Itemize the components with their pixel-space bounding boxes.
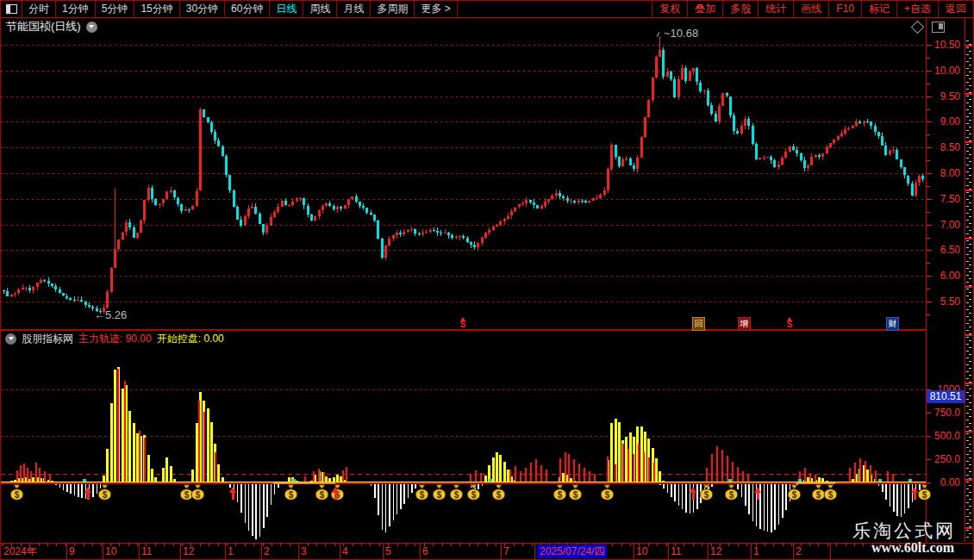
mini-strip-mark	[969, 533, 971, 534]
menu-item-叠加[interactable]: 叠加	[687, 1, 722, 17]
time-axis-label[interactable]: 3	[301, 544, 307, 558]
candle-body	[117, 240, 120, 249]
candle-body	[703, 90, 706, 91]
time-axis-label[interactable]: 12	[183, 544, 194, 558]
indicator-dropdown-icon[interactable]	[5, 333, 16, 345]
money-bag-icon: $	[699, 484, 714, 504]
time-axis-minor-tick	[334, 544, 335, 546]
time-axis-separator	[534, 544, 535, 559]
time-axis-minor-tick	[325, 544, 326, 546]
indicator-white-bar	[393, 484, 395, 520]
candle-body	[22, 288, 24, 289]
time-axis-label[interactable]: 2024年	[3, 544, 37, 558]
candle-body	[40, 280, 42, 283]
candle-body	[633, 165, 635, 169]
indicator-red-spike	[39, 468, 41, 482]
time-axis-label[interactable]: 1	[753, 544, 759, 558]
candle-body	[721, 93, 724, 106]
time-axis-label[interactable]: 10	[105, 544, 116, 558]
time-axis-label[interactable]: 11	[671, 544, 681, 558]
time-axis-label[interactable]: 5	[385, 544, 391, 558]
menu-item-多股[interactable]: 多股	[722, 1, 758, 17]
indicator-axis-label: 750.0	[926, 407, 960, 419]
indicator-white-bar	[878, 484, 880, 486]
candle-body	[514, 208, 516, 211]
indicator-white-bar	[248, 484, 250, 531]
menu-item-15分钟[interactable]: 15分钟	[134, 1, 179, 17]
time-axis-label[interactable]: 4	[342, 544, 348, 558]
menu-item-分时[interactable]: 分时	[22, 1, 56, 17]
time-axis-label[interactable]: 2	[796, 544, 802, 558]
svg-text:$: $	[573, 490, 578, 500]
svg-text:$: $	[289, 490, 294, 500]
price-gridline	[1, 96, 926, 97]
candle-body	[636, 158, 639, 170]
candle-body	[114, 249, 116, 268]
menu-item-返回[interactable]: 返回	[938, 1, 973, 17]
menu-item-60分钟[interactable]: 60分钟	[225, 1, 270, 17]
mini-strip-mark	[969, 313, 971, 314]
time-axis-label[interactable]: 9	[69, 544, 75, 558]
indicator-red-spike	[859, 458, 861, 482]
menu-item-5分钟[interactable]: 5分钟	[96, 1, 135, 17]
menu-item-+自选[interactable]: +自选	[896, 1, 938, 17]
title-dropdown-icon[interactable]	[86, 22, 97, 33]
panel-toggle-icon[interactable]	[932, 22, 945, 33]
menu-item-更多 >[interactable]: 更多 >	[415, 1, 457, 17]
indicator-red-spike	[622, 444, 624, 482]
indicator-red-spike	[144, 438, 146, 482]
menu-item-F10[interactable]: F10	[828, 1, 861, 17]
menu-item-周线[interactable]: 周线	[303, 1, 337, 17]
indicator-red-spike	[653, 463, 655, 482]
menu-item-复权[interactable]: 复权	[652, 1, 687, 17]
time-axis-label[interactable]: 2025/07/24/四	[537, 544, 607, 558]
menu-item-1分钟[interactable]: 1分钟	[56, 1, 96, 17]
menu-item-统计[interactable]: 统计	[758, 1, 793, 17]
candle-body	[88, 305, 91, 307]
time-axis-minor-tick	[164, 544, 165, 546]
candle-body	[147, 188, 150, 200]
candle-body	[336, 207, 339, 210]
candle-body	[125, 222, 128, 232]
candle-body	[807, 165, 809, 169]
candle-body	[670, 72, 672, 79]
price-axis-tick	[927, 212, 930, 213]
mini-strip-mark	[966, 509, 969, 510]
mini-strip-mark	[969, 182, 971, 183]
candle-body	[684, 68, 687, 81]
time-axis-label[interactable]: 1	[228, 544, 234, 558]
time-axis-label[interactable]: 2	[264, 544, 270, 558]
indicator-white-bar	[237, 484, 239, 502]
menu-item-标记[interactable]: 标记	[861, 1, 896, 17]
diamond-icon[interactable]	[911, 21, 925, 34]
menu-item-画线[interactable]: 画线	[793, 1, 828, 17]
time-axis-label[interactable]: 10	[636, 544, 647, 558]
time-axis-separator	[830, 544, 831, 559]
candle-body	[803, 160, 806, 168]
mini-strip-mark	[966, 330, 969, 331]
mini-strip-mark	[966, 220, 969, 221]
candle-body	[499, 221, 502, 225]
mini-strip-mark	[966, 82, 969, 83]
mini-strip-mark	[966, 406, 969, 407]
time-axis-label[interactable]: 12	[710, 544, 721, 558]
candle-body	[396, 233, 398, 235]
mini-strip-mark	[966, 344, 969, 345]
svg-text:$: $	[729, 490, 734, 500]
candle-body	[777, 165, 780, 167]
candle-body	[907, 176, 909, 184]
menu-item-月线[interactable]: 月线	[337, 1, 371, 17]
menu-item-日线[interactable]: 日线	[270, 1, 303, 17]
time-axis-label[interactable]: 7	[503, 544, 509, 558]
indicator-red-spike	[198, 401, 200, 482]
indicator-red-spike	[203, 412, 205, 482]
time-axis-label[interactable]: 11	[141, 544, 152, 558]
menu-item-多周期[interactable]: 多周期	[371, 1, 415, 17]
window-panel-icon[interactable]	[1, 1, 22, 17]
time-axis-minor-tick	[245, 544, 246, 546]
menu-item-30分钟[interactable]: 30分钟	[180, 1, 225, 17]
time-axis-label[interactable]: 6	[422, 544, 428, 558]
candle-body	[740, 126, 743, 134]
time-axis-minor-tick	[459, 544, 460, 546]
price-gridline	[1, 45, 926, 46]
